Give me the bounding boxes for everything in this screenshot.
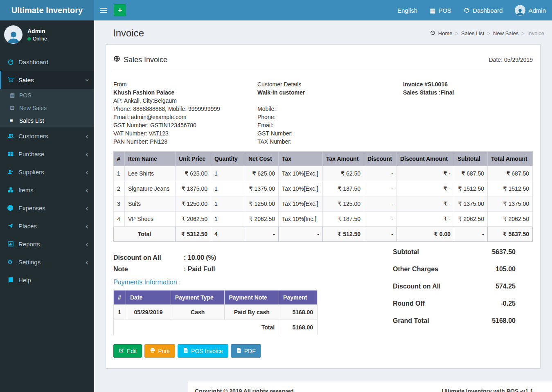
sidebar-item-label: Help [18,277,31,284]
breadcrumb-sales-list[interactable]: Sales List [461,30,484,36]
chevron-left-icon: ‹ [86,151,88,158]
other-charges-label: Other Charges [393,266,438,273]
from-phone: Phone: 8888888888, Mobile: 9999999999 [113,105,257,113]
cell: 2 [114,181,125,196]
content-wrapper: Invoice Home > Sales List > New Sales > … [94,20,552,392]
globe-icon [113,55,120,64]
cell: Tax 10%[Exc.] [279,181,323,196]
pencil-square-icon [119,347,124,354]
customer-mobile: Mobile: [257,105,403,113]
cell: 05/29/2019 [126,305,171,320]
cell: 4 [211,227,245,242]
calculator-icon: ▦ [430,7,435,14]
chevron-left-icon: ‹ [86,169,88,176]
calculator-icon: ▦ [10,92,19,98]
cell: Signature Jeans [125,181,176,196]
sidebar-item-expenses[interactable]: − Expenses ‹ [0,199,94,217]
breadcrumb-home[interactable]: Home [438,30,453,36]
bar-chart-icon [7,241,18,247]
print-button-label: Print [158,348,170,354]
sidebar-item-sales-list[interactable]: ≡ Sales List [0,114,94,127]
cell: Tax 10%[Inc.] [279,212,323,227]
grid-icon [7,151,18,157]
sidebar-item-label: POS [19,92,32,99]
sidebar-item-label: Expenses [18,205,45,212]
sidebar-item-settings[interactable]: ⚙ Settings ‹ [0,253,94,271]
sidebar-item-suppliers[interactable]: Suppliers ‹ [0,163,94,181]
col-header: Discount Amount [397,152,454,166]
sidebar-user-name: Admin [27,28,47,34]
cell: Total [114,227,176,242]
sidebar-user-panel: Admin Online [0,20,94,50]
sidebar-item-help[interactable]: Help [0,271,94,289]
nav-dashboard-label: Dashboard [473,7,502,14]
cell: 1 [211,166,245,181]
sidebar-item-label: Sales [18,77,34,83]
invoice-notes: Discount on All : 10.00 (%) Note : Paid … [113,254,318,273]
gears-icon: ⚙ [7,258,18,266]
col-header: Payment Note [225,291,279,305]
avatar [515,5,525,16]
sidebar-item-pos[interactable]: ▦ POS [0,89,94,101]
breadcrumb-new-sales[interactable]: New Sales [493,30,518,36]
cell: ₹ 512.50 [323,227,364,242]
sidebar-toggle-button[interactable] [94,0,113,20]
nav-user-menu[interactable]: Admin [509,0,552,20]
sidebar-item-dashboard[interactable]: Dashboard [0,53,94,71]
payments-table: # Date Payment Type Payment Note Payment… [113,290,318,335]
cell: ₹ 687.50 [488,166,533,181]
sidebar-item-customers[interactable]: Customers ‹ [0,127,94,145]
sidebar-item-sales[interactable]: Sales ‹ [0,71,94,89]
chevron-left-icon: ‹ [86,259,88,266]
top-navbar: + English ▦ POS Dashboard Admin [94,0,552,20]
plus-icon: + [117,6,122,15]
sidebar-user-status[interactable]: Online [33,36,47,42]
chevron-left-icon: ‹ [86,187,88,194]
nav-pos[interactable]: ▦ POS [424,0,457,20]
paper-plane-icon [7,223,18,229]
cell: Tax 10%[Exc.] [279,196,323,212]
col-header: Unit Price [176,152,211,166]
nav-language[interactable]: English [391,0,424,20]
app-logo[interactable]: Ultimate Inventory [0,0,94,20]
sidebar-item-places[interactable]: Places ‹ [0,217,94,235]
chevron-left-icon: ‹ [86,223,88,230]
cell: ₹ 5312.50 [176,227,211,242]
footer-copyright: Copyright © 2019 All rights reserved. [195,388,295,392]
speedometer-icon [464,7,470,14]
cell: ₹ 1512.50 [454,181,488,196]
discount-on-all-label: Discount on All [113,254,184,261]
sidebar-item-new-sales[interactable]: ⊞ New Sales [0,101,94,114]
payments-total-row: Total 5168.00 [114,320,318,335]
cell: VP Shoes [125,212,176,227]
sidebar-item-items[interactable]: Items ‹ [0,181,94,199]
grand-total-label: Grand Total [393,317,429,324]
discount-on-all-label: Discount on All [393,283,441,290]
pdf-button[interactable]: PDF [231,344,261,358]
sales-submenu: ▦ POS ⊞ New Sales ≡ Sales List [0,89,94,127]
book-icon [7,277,18,283]
discount-on-all-value: : 10.00 (%) [184,254,216,261]
cell: ₹ 1375.00 [176,181,211,196]
col-header: Subtotal [454,152,488,166]
cell: ₹ - [397,166,454,181]
sidebar-item-reports[interactable]: Reports ‹ [0,235,94,253]
cell: ₹ 625.00 [245,166,279,181]
online-status-icon [27,37,31,41]
avatar [4,25,23,44]
cell: ₹ 62.50 [323,166,364,181]
cell: 4 [114,212,125,227]
from-label: From [113,80,257,88]
sidebar-item-purchase[interactable]: Purchase ‹ [0,145,94,163]
quick-add-button[interactable]: + [114,4,126,16]
invoice-date: Date: 05/29/2019 [489,56,533,63]
customer-email: Email: [257,121,403,129]
app-logo-text: Ultimate Inventory [11,6,83,15]
print-button[interactable]: Print [144,344,175,358]
chevron-left-icon: ‹ [86,205,88,212]
cell: 3 [114,196,125,212]
pos-invoice-button[interactable]: POS Invoice [178,344,228,358]
edit-button[interactable]: Edit [113,344,142,358]
table-row: 2 Signature Jeans ₹ 1375.00 1 ₹ 1375.00 … [114,181,533,196]
nav-dashboard[interactable]: Dashboard [457,0,509,20]
